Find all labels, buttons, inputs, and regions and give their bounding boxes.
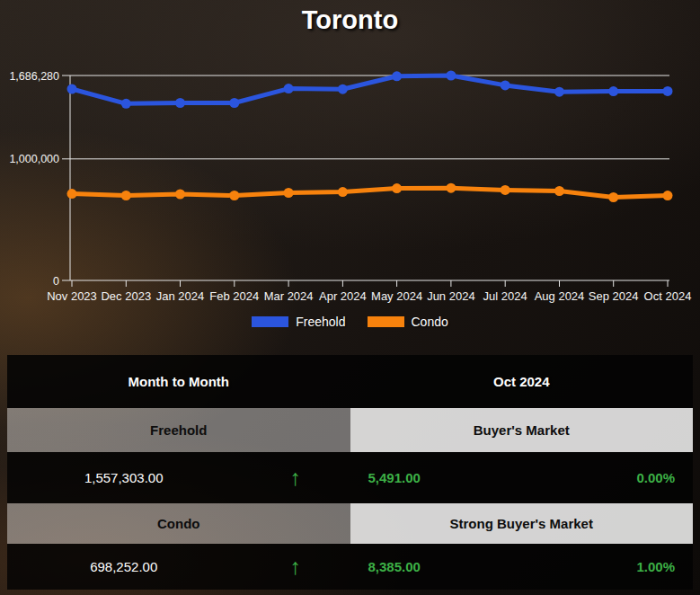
freehold-band-row: Freehold Buyer's Market: [7, 408, 693, 452]
svg-text:Feb 2024: Feb 2024: [209, 289, 259, 303]
freehold-data-row: 1,557,303.00 ↑ 5,491.00 0.00%: [7, 452, 693, 503]
svg-text:Mar 2024: Mar 2024: [264, 289, 314, 303]
svg-text:Sep 2024: Sep 2024: [589, 289, 639, 303]
svg-text:1,000,000: 1,000,000: [9, 153, 59, 165]
up-arrow-icon: ↑: [240, 555, 350, 578]
condo-market-status: Strong Buyer's Market: [350, 503, 694, 544]
svg-text:Jun 2024: Jun 2024: [427, 289, 475, 303]
legend-label: Freehold: [296, 315, 345, 329]
svg-text:0: 0: [53, 275, 59, 288]
condo-percent-change: 1.00%: [636, 559, 675, 574]
condo-band-row: Condo Strong Buyer's Market: [7, 503, 693, 544]
header-current-month: Oct 2024: [350, 355, 694, 408]
svg-text:Nov 2023: Nov 2023: [47, 289, 97, 303]
condo-data-row: 698,252.00 ↑ 8,385.00 1.00%: [7, 544, 693, 590]
header-month-to-month: Month to Month: [7, 355, 350, 408]
svg-text:May 2024: May 2024: [371, 289, 422, 303]
toronto-market-report: Toronto 01,000,0001,686,280Nov 2023Dec 2…: [0, 0, 700, 595]
freehold-legend-swatch-icon: [252, 316, 288, 327]
legend-item-freehold[interactable]: Freehold: [252, 315, 345, 329]
svg-text:Apr 2024: Apr 2024: [319, 289, 367, 303]
svg-text:Jul 2024: Jul 2024: [483, 289, 527, 303]
svg-text:Aug 2024: Aug 2024: [535, 289, 585, 303]
legend-item-condo[interactable]: Condo: [368, 315, 448, 329]
freehold-market-status: Buyer's Market: [350, 408, 694, 452]
condo-listings-value: 8,385.00: [368, 559, 421, 574]
table-header-row: Month to Month Oct 2024: [7, 355, 693, 408]
month-to-month-table: Month to Month Oct 2024 Freehold Buyer's…: [7, 355, 693, 590]
chart-legend: Freehold Condo: [0, 315, 700, 329]
condo-legend-swatch-icon: [368, 316, 404, 327]
svg-text:Dec 2023: Dec 2023: [101, 289, 151, 303]
freehold-listings-value: 5,491.00: [368, 470, 421, 485]
svg-text:Oct 2024: Oct 2024: [644, 289, 692, 303]
up-arrow-icon: ↑: [240, 466, 350, 489]
condo-label: Condo: [7, 503, 350, 544]
price-trend-chart: 01,000,0001,686,280Nov 2023Dec 2023Jan 2…: [0, 0, 700, 310]
svg-text:1,686,280: 1,686,280: [9, 70, 59, 83]
freehold-percent-change: 0.00%: [636, 470, 675, 485]
freehold-price: 1,557,303.00: [7, 470, 240, 485]
legend-label: Condo: [412, 315, 448, 329]
svg-text:Jan 2024: Jan 2024: [156, 289, 205, 303]
freehold-label: Freehold: [7, 408, 350, 452]
condo-price: 698,252.00: [7, 559, 240, 574]
